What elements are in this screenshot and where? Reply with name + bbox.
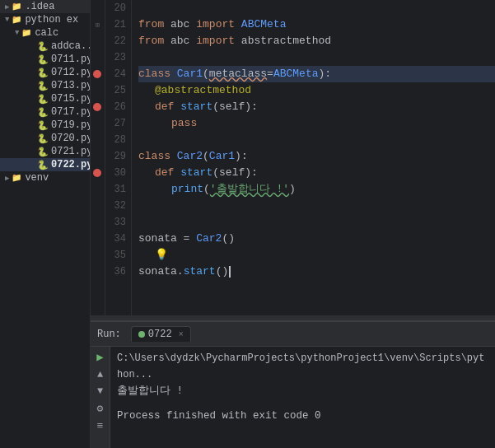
spacer bbox=[25, 159, 35, 170]
keyword: def bbox=[155, 165, 180, 181]
run-settings-button[interactable]: ⚙ bbox=[97, 402, 104, 415]
paren: ) bbox=[245, 99, 251, 115]
var-name: sonata bbox=[138, 264, 177, 280]
linenum-36: 36 bbox=[105, 264, 126, 280]
sidebar-item-label: 0720.py bbox=[51, 133, 91, 144]
dot: . bbox=[177, 264, 184, 280]
gutter-23 bbox=[91, 49, 105, 66]
code-line-35: 💡 bbox=[138, 247, 495, 264]
sidebar-item-addca[interactable]: 🐍 addca... bbox=[0, 40, 90, 53]
paren: ( bbox=[203, 181, 210, 198]
paren: () bbox=[216, 264, 229, 280]
sidebar-item-0712[interactable]: 🐍 0712.py bbox=[0, 66, 90, 79]
code-line-20 bbox=[138, 0, 495, 16]
code-viewport[interactable]: ⊞ bbox=[91, 0, 495, 315]
class-ref: Car2 bbox=[196, 231, 222, 247]
sidebar-item-0715[interactable]: 🐍 0715.py bbox=[0, 92, 90, 105]
sidebar-item-python-ex[interactable]: ▼ 📁 python ex bbox=[0, 13, 90, 26]
sidebar-item-label: 0721.py bbox=[51, 146, 91, 157]
breakpoint-icon[interactable] bbox=[93, 70, 101, 78]
gutter-26 bbox=[91, 99, 105, 115]
code-line-34: sonata = Car2() bbox=[138, 231, 495, 247]
keyword: class bbox=[138, 66, 177, 82]
param: self bbox=[219, 165, 245, 181]
sidebar-item-0721[interactable]: 🐍 0721.py bbox=[0, 145, 90, 158]
sidebar-item-0720[interactable]: 🐍 0720.py bbox=[0, 132, 90, 145]
code-editor[interactable]: ⊞ bbox=[91, 0, 495, 320]
linenum-21: 21 bbox=[105, 16, 126, 33]
spacer bbox=[25, 146, 35, 157]
run-body: ▶ ▲ ▼ ⚙ ≡ C:\Users\dydzk\PycharmProjects… bbox=[91, 347, 495, 448]
folder-icon: 📁 bbox=[11, 172, 22, 184]
gutter-32 bbox=[91, 198, 105, 214]
run-output[interactable]: C:\Users\dydzk\PycharmProjects\pythonPro… bbox=[110, 347, 495, 448]
fn-name: start bbox=[180, 99, 212, 115]
param: self bbox=[219, 99, 245, 115]
code-line-22: from abc import abstractmethod bbox=[138, 33, 495, 49]
py-icon: 🐍 bbox=[37, 159, 49, 170]
keyword: import bbox=[196, 33, 241, 49]
linenum-32: 32 bbox=[105, 198, 126, 214]
run-play-button[interactable]: ▶ bbox=[96, 350, 103, 364]
run-tab-name: 0722 bbox=[148, 329, 172, 340]
colon: : bbox=[251, 165, 258, 181]
linenum-28: 28 bbox=[105, 132, 126, 148]
run-output-line: 출발합니다 ! bbox=[117, 383, 488, 399]
run-tab-0722[interactable]: 0722 × bbox=[131, 326, 191, 342]
run-filter-button[interactable]: ≡ bbox=[97, 420, 104, 432]
builtin-fn: print bbox=[171, 181, 203, 198]
run-panel: Run: 0722 × ▶ ▲ ▼ ⚙ ≡ C:\Users\dydzk\Pyc… bbox=[91, 320, 495, 448]
code-line-36: sonata.start() bbox=[138, 264, 495, 280]
keyword: from bbox=[138, 16, 170, 33]
spacer bbox=[25, 93, 35, 105]
sidebar-item-0717[interactable]: 🐍 0717.py bbox=[0, 105, 90, 119]
close-tab-button[interactable]: × bbox=[179, 330, 184, 339]
sidebar-item-label: python ex bbox=[25, 14, 78, 26]
folder-icon: 📁 bbox=[11, 14, 22, 26]
sidebar-item-0719[interactable]: 🐍 0719.py bbox=[0, 119, 90, 132]
editor-content: ⊞ bbox=[91, 0, 495, 315]
class-ref: Car1 bbox=[209, 148, 235, 165]
file-tree: ▶ 📁 .idea ▼ 📁 python ex ▼ 📁 calc 🐍 addca… bbox=[0, 0, 91, 448]
code-line-21: from abc import ABCMeta bbox=[138, 16, 495, 33]
run-spacer bbox=[117, 399, 488, 408]
sidebar-item-venv[interactable]: ▶ 📁 venv bbox=[0, 171, 90, 184]
run-down-button[interactable]: ▼ bbox=[97, 385, 103, 397]
spacer bbox=[25, 133, 35, 144]
spacer bbox=[25, 67, 35, 78]
code-line-33 bbox=[138, 214, 495, 231]
sidebar-item-0722[interactable]: 🐍 0722.py bbox=[0, 158, 90, 171]
breakpoint-icon[interactable] bbox=[93, 169, 101, 177]
linenum-35: 35 bbox=[105, 247, 126, 264]
lightbulb-icon: 💡 bbox=[155, 247, 168, 264]
sidebar-item-label: venv bbox=[25, 172, 49, 184]
breakpoint-icon[interactable] bbox=[93, 103, 101, 111]
sidebar-item-0713[interactable]: 🐍 0713.py bbox=[0, 79, 90, 92]
code-line-31: print('출발합니다 !') bbox=[138, 181, 495, 198]
py-icon: 🐍 bbox=[37, 80, 49, 91]
arrow-icon: ▼ bbox=[5, 16, 9, 24]
run-tab-bar: Run: 0722 × bbox=[91, 322, 495, 347]
gutter-22 bbox=[91, 33, 105, 49]
spacer bbox=[25, 119, 35, 131]
code-line-28 bbox=[138, 132, 495, 148]
spacer bbox=[25, 106, 35, 118]
sidebar-item-idea[interactable]: ▶ 📁 .idea bbox=[0, 0, 90, 13]
colon: : bbox=[241, 148, 248, 165]
linenum-29: 29 bbox=[105, 148, 126, 165]
code-lines[interactable]: from abc import ABCMeta from abc import … bbox=[132, 0, 495, 315]
gutter-31 bbox=[91, 181, 105, 198]
sidebar-item-0711[interactable]: 🐍 0711.py bbox=[0, 53, 90, 66]
sidebar-item-calc[interactable]: ▼ 📁 calc bbox=[0, 26, 90, 40]
sidebar-item-label: 0715.py bbox=[51, 93, 91, 105]
equals: = bbox=[267, 66, 273, 82]
class-ref: ABCMeta bbox=[273, 66, 319, 82]
code-line-24: class Car1(metaclass=ABCMeta): bbox=[138, 66, 495, 82]
linenum-23: 23 bbox=[105, 49, 126, 66]
module-name: abc bbox=[170, 33, 196, 49]
run-up-button[interactable]: ▲ bbox=[97, 369, 103, 380]
var-name: sonata bbox=[138, 231, 184, 247]
code-line-29: class Car2(Car1): bbox=[138, 148, 495, 165]
spacer bbox=[25, 80, 35, 91]
sidebar-item-label: .idea bbox=[25, 1, 54, 12]
